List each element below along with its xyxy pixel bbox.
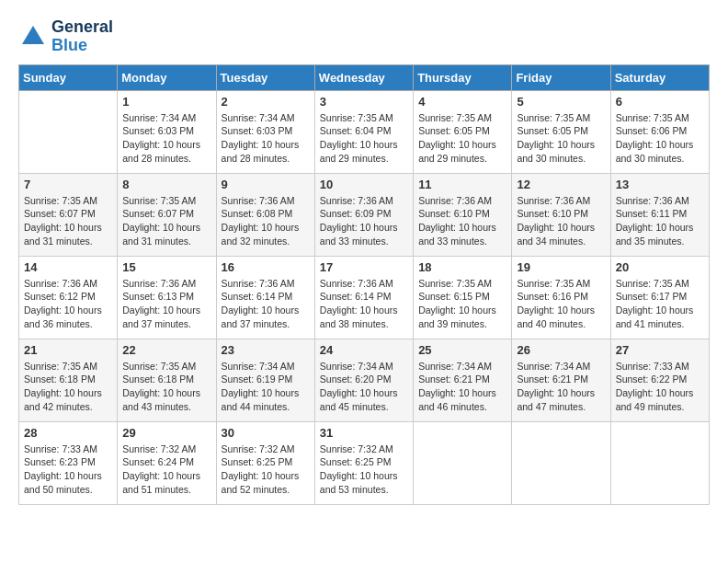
day-number: 16 [222,260,310,274]
cell-content: Sunrise: 7:35 AM Sunset: 6:16 PM Dayligh… [517,277,605,331]
calendar-cell: 24Sunrise: 7:34 AM Sunset: 6:20 PM Dayli… [314,339,413,421]
cell-content: Sunrise: 7:35 AM Sunset: 6:17 PM Dayligh… [616,277,704,331]
weekday-header-friday: Friday [512,64,610,90]
weekday-header-row: SundayMondayTuesdayWednesdayThursdayFrid… [19,64,710,90]
weekday-header-wednesday: Wednesday [314,64,413,90]
day-number: 10 [320,178,408,191]
cell-content: Sunrise: 7:36 AM Sunset: 6:08 PM Dayligh… [222,194,310,248]
calendar-cell: 11Sunrise: 7:36 AM Sunset: 6:10 PM Dayli… [414,173,512,256]
cell-content: Sunrise: 7:36 AM Sunset: 6:10 PM Dayligh… [517,194,605,248]
day-number: 7 [24,178,112,191]
cell-content: Sunrise: 7:35 AM Sunset: 6:05 PM Dayligh… [418,111,506,166]
calendar-cell: 29Sunrise: 7:32 AM Sunset: 6:24 PM Dayli… [118,421,216,504]
day-number: 25 [418,343,506,357]
calendar-cell: 14Sunrise: 7:36 AM Sunset: 6:12 PM Dayli… [19,256,118,339]
logo: General Blue [18,18,113,55]
calendar-cell: 17Sunrise: 7:36 AM Sunset: 6:14 PM Dayli… [314,256,413,339]
day-number: 23 [222,343,310,357]
calendar-cell: 31Sunrise: 7:32 AM Sunset: 6:25 PM Dayli… [314,421,413,504]
calendar-cell [414,421,512,504]
day-number: 22 [122,343,210,357]
cell-content: Sunrise: 7:35 AM Sunset: 6:06 PM Dayligh… [616,111,704,166]
cell-content: Sunrise: 7:35 AM Sunset: 6:05 PM Dayligh… [517,111,605,166]
calendar-cell: 1Sunrise: 7:34 AM Sunset: 6:03 PM Daylig… [118,90,216,173]
cell-content: Sunrise: 7:34 AM Sunset: 6:21 PM Dayligh… [517,360,605,414]
day-number: 30 [222,426,310,440]
day-number: 20 [616,260,704,274]
calendar-cell: 22Sunrise: 7:35 AM Sunset: 6:18 PM Dayli… [118,339,216,421]
cell-content: Sunrise: 7:35 AM Sunset: 6:15 PM Dayligh… [418,277,506,331]
calendar-cell [19,90,118,173]
calendar-cell: 8Sunrise: 7:35 AM Sunset: 6:07 PM Daylig… [118,173,216,256]
weekday-header-monday: Monday [118,64,216,90]
cell-content: Sunrise: 7:34 AM Sunset: 6:21 PM Dayligh… [418,360,506,414]
week-row-2: 7Sunrise: 7:35 AM Sunset: 6:07 PM Daylig… [19,173,710,256]
cell-content: Sunrise: 7:36 AM Sunset: 6:14 PM Dayligh… [222,277,310,331]
day-number: 4 [418,95,506,109]
calendar-cell: 13Sunrise: 7:36 AM Sunset: 6:11 PM Dayli… [610,173,709,256]
cell-content: Sunrise: 7:35 AM Sunset: 6:18 PM Dayligh… [24,360,112,414]
day-number: 26 [517,343,605,357]
day-number: 8 [122,178,210,191]
calendar-cell: 30Sunrise: 7:32 AM Sunset: 6:25 PM Dayli… [216,421,314,504]
cell-content: Sunrise: 7:33 AM Sunset: 6:22 PM Dayligh… [616,360,704,414]
calendar-cell: 10Sunrise: 7:36 AM Sunset: 6:09 PM Dayli… [314,173,413,256]
day-number: 18 [418,260,506,274]
weekday-header-tuesday: Tuesday [216,64,314,90]
cell-content: Sunrise: 7:36 AM Sunset: 6:13 PM Dayligh… [122,277,210,331]
cell-content: Sunrise: 7:32 AM Sunset: 6:24 PM Dayligh… [122,442,210,497]
day-number: 29 [122,426,210,440]
day-number: 9 [222,178,310,191]
cell-content: Sunrise: 7:36 AM Sunset: 6:12 PM Dayligh… [24,277,112,331]
day-number: 27 [616,343,704,357]
logo-text-general: General [51,18,113,37]
calendar-cell: 20Sunrise: 7:35 AM Sunset: 6:17 PM Dayli… [610,256,709,339]
cell-content: Sunrise: 7:35 AM Sunset: 6:04 PM Dayligh… [320,111,408,166]
svg-marker-0 [22,26,44,44]
logo-icon [18,22,48,52]
day-number: 31 [320,426,408,440]
day-number: 6 [616,95,704,109]
cell-content: Sunrise: 7:35 AM Sunset: 6:18 PM Dayligh… [122,360,210,414]
calendar-cell: 25Sunrise: 7:34 AM Sunset: 6:21 PM Dayli… [414,339,512,421]
day-number: 5 [517,95,605,109]
cell-content: Sunrise: 7:34 AM Sunset: 6:20 PM Dayligh… [320,360,408,414]
calendar-cell [610,421,709,504]
cell-content: Sunrise: 7:33 AM Sunset: 6:23 PM Dayligh… [24,442,112,497]
calendar-cell: 3Sunrise: 7:35 AM Sunset: 6:04 PM Daylig… [314,90,413,173]
calendar-cell: 26Sunrise: 7:34 AM Sunset: 6:21 PM Dayli… [512,339,610,421]
day-number: 24 [320,343,408,357]
day-number: 11 [418,178,506,191]
calendar-cell: 4Sunrise: 7:35 AM Sunset: 6:05 PM Daylig… [414,90,512,173]
calendar-cell: 6Sunrise: 7:35 AM Sunset: 6:06 PM Daylig… [610,90,709,173]
calendar-cell: 19Sunrise: 7:35 AM Sunset: 6:16 PM Dayli… [512,256,610,339]
calendar-cell: 27Sunrise: 7:33 AM Sunset: 6:22 PM Dayli… [610,339,709,421]
cell-content: Sunrise: 7:34 AM Sunset: 6:03 PM Dayligh… [122,111,210,166]
calendar-cell: 21Sunrise: 7:35 AM Sunset: 6:18 PM Dayli… [19,339,118,421]
cell-content: Sunrise: 7:36 AM Sunset: 6:09 PM Dayligh… [320,194,408,248]
cell-content: Sunrise: 7:34 AM Sunset: 6:19 PM Dayligh… [222,360,310,414]
calendar-cell: 7Sunrise: 7:35 AM Sunset: 6:07 PM Daylig… [19,173,118,256]
calendar-cell: 5Sunrise: 7:35 AM Sunset: 6:05 PM Daylig… [512,90,610,173]
week-row-4: 21Sunrise: 7:35 AM Sunset: 6:18 PM Dayli… [19,339,710,421]
day-number: 15 [122,260,210,274]
cell-content: Sunrise: 7:34 AM Sunset: 6:03 PM Dayligh… [222,111,310,166]
logo-text-blue: Blue [51,37,113,55]
calendar-cell: 12Sunrise: 7:36 AM Sunset: 6:10 PM Dayli… [512,173,610,256]
cell-content: Sunrise: 7:36 AM Sunset: 6:14 PM Dayligh… [320,277,408,331]
calendar-cell: 15Sunrise: 7:36 AM Sunset: 6:13 PM Dayli… [118,256,216,339]
day-number: 28 [24,426,112,440]
weekday-header-thursday: Thursday [414,64,512,90]
week-row-1: 1Sunrise: 7:34 AM Sunset: 6:03 PM Daylig… [19,90,710,173]
cell-content: Sunrise: 7:35 AM Sunset: 6:07 PM Dayligh… [24,194,112,248]
calendar-cell: 23Sunrise: 7:34 AM Sunset: 6:19 PM Dayli… [216,339,314,421]
cell-content: Sunrise: 7:35 AM Sunset: 6:07 PM Dayligh… [122,194,210,248]
calendar-cell: 28Sunrise: 7:33 AM Sunset: 6:23 PM Dayli… [19,421,118,504]
cell-content: Sunrise: 7:32 AM Sunset: 6:25 PM Dayligh… [222,442,310,497]
calendar-cell [512,421,610,504]
day-number: 13 [616,178,704,191]
day-number: 1 [122,95,210,109]
weekday-header-saturday: Saturday [610,64,709,90]
day-number: 2 [222,95,310,109]
week-row-3: 14Sunrise: 7:36 AM Sunset: 6:12 PM Dayli… [19,256,710,339]
